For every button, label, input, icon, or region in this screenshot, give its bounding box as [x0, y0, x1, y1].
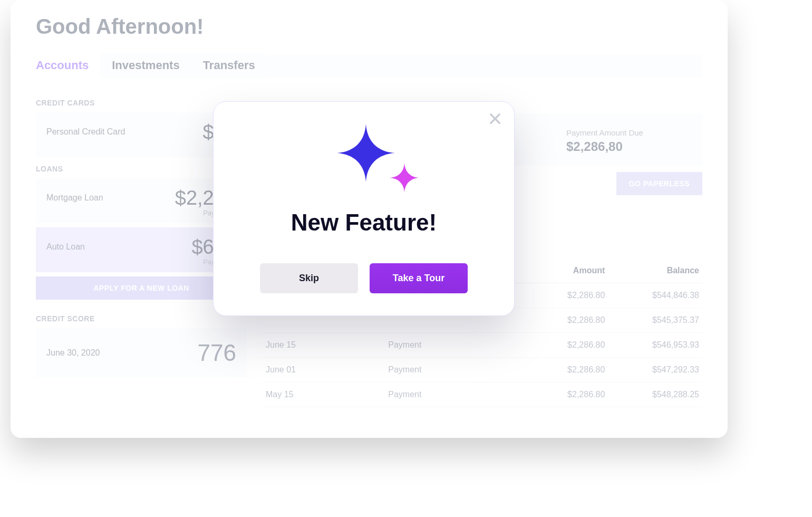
modal-title: New Feature! [231, 209, 496, 236]
new-feature-modal: New Feature! Skip Take a Tour [213, 101, 515, 316]
sparkle-icon [390, 163, 419, 193]
take-tour-button[interactable]: Take a Tour [370, 263, 468, 293]
sparkle-icon [337, 124, 395, 182]
skip-button[interactable]: Skip [260, 263, 358, 293]
sparkle-illustration [231, 121, 496, 200]
